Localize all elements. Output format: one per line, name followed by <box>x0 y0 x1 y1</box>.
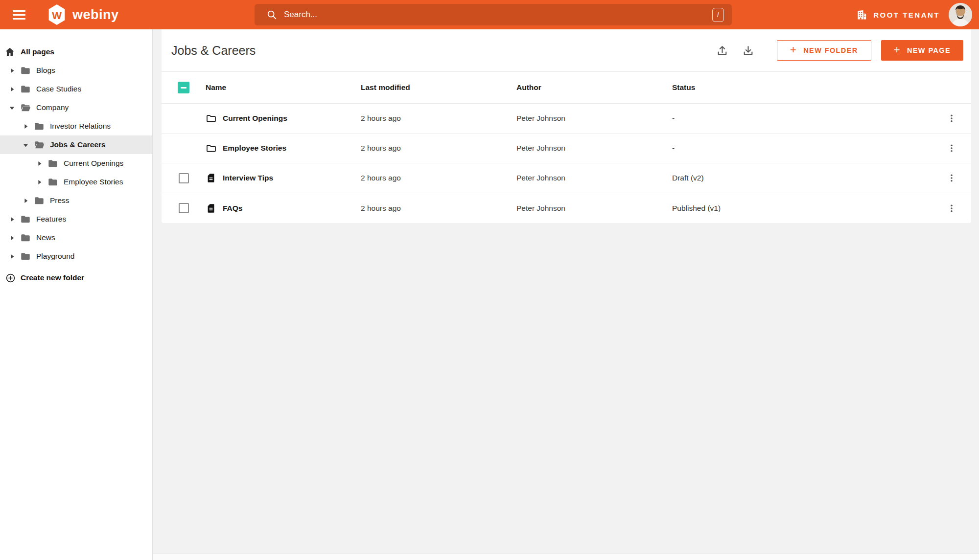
row-status: - <box>672 144 932 153</box>
search-input[interactable]: Search... / <box>255 4 732 25</box>
kebab-menu-icon[interactable] <box>945 112 958 125</box>
row-name: Current Openings <box>223 114 287 123</box>
row-author: Peter Johnson <box>516 144 672 153</box>
home-icon <box>4 46 15 57</box>
new-folder-button[interactable]: + NEW FOLDER <box>777 40 871 61</box>
chevron-icon[interactable] <box>7 215 17 224</box>
row-author: Peter Johnson <box>516 204 672 213</box>
table-row-faqs[interactable]: FAQs 2 hours ago Peter Johnson Published… <box>162 193 971 223</box>
sidebar-item-case-studies[interactable]: Case Studies <box>0 80 152 98</box>
sidebar-item-playground[interactable]: Playground <box>0 247 152 266</box>
chevron-icon[interactable] <box>21 197 30 205</box>
logo-wordmark: webiny <box>72 7 119 22</box>
document-icon <box>206 203 216 214</box>
sidebar-item-label: Employee Stories <box>64 178 123 186</box>
sidebar-item-label: Blogs <box>36 66 55 75</box>
kebab-menu-icon[interactable] <box>945 171 958 185</box>
export-download-icon[interactable] <box>739 42 757 60</box>
webiny-logo: W webiny <box>47 4 119 25</box>
column-header-author: Author <box>516 83 672 92</box>
row-name: Employee Stories <box>223 144 286 153</box>
document-icon <box>206 173 216 183</box>
create-new-folder-button[interactable]: Create new folder <box>0 269 152 287</box>
topbar: W webiny Search... / <box>0 0 979 29</box>
import-upload-icon[interactable] <box>713 42 731 60</box>
webiny-hexagon-icon: W <box>47 4 67 25</box>
folder-icon <box>20 65 31 76</box>
chevron-icon[interactable] <box>7 234 17 242</box>
create-folder-label: Create new folder <box>21 273 84 282</box>
content-card: Jobs & Careers + NEW FOLDER <box>162 29 971 223</box>
user-avatar[interactable] <box>949 3 972 26</box>
column-header-name: Name <box>206 83 361 92</box>
chevron-icon[interactable] <box>21 122 30 131</box>
keyboard-shortcut-badge: / <box>712 8 724 22</box>
sidebar-item-label: Press <box>50 196 70 205</box>
sidebar-root-label: All pages <box>21 47 54 56</box>
table-row-interview-tips[interactable]: Interview Tips 2 hours ago Peter Johnson… <box>162 163 971 193</box>
chevron-icon[interactable] <box>7 252 17 261</box>
folder-icon <box>20 232 31 243</box>
folder-icon <box>34 139 45 150</box>
app-root: W webiny Search... / <box>0 0 979 560</box>
sidebar-item-employee-stories[interactable]: Employee Stories <box>0 173 152 191</box>
row-last-modified: 2 hours ago <box>361 144 516 153</box>
chevron-icon[interactable] <box>7 67 17 75</box>
select-all-checkbox[interactable] <box>178 82 189 93</box>
tenant-selector[interactable]: ROOT TENANT <box>856 9 940 21</box>
sidebar-item-investor-relations[interactable]: Investor Relations <box>0 117 152 135</box>
sidebar-item-all-pages[interactable]: All pages <box>0 43 152 61</box>
row-name: Interview Tips <box>223 174 273 182</box>
row-checkbox[interactable] <box>179 203 189 213</box>
table-header: Name Last modified Author Status <box>162 72 971 104</box>
row-status: - <box>672 114 932 123</box>
kebab-menu-icon[interactable] <box>945 141 958 155</box>
folder-icon <box>47 158 58 169</box>
horizontal-scrollbar[interactable] <box>153 554 979 560</box>
sidebar-item-label: Jobs & Careers <box>50 140 106 149</box>
folder-tree: Blogs Case Studies <box>0 61 152 266</box>
plus-icon: + <box>894 45 901 55</box>
svg-text:W: W <box>52 10 62 21</box>
menu-icon[interactable] <box>13 8 27 21</box>
kebab-menu-icon[interactable] <box>945 202 958 215</box>
sidebar-item-label: Current Openings <box>64 159 123 168</box>
sidebar-item-label: Playground <box>36 252 74 261</box>
plus-icon: + <box>790 45 797 55</box>
sidebar-item-label: Company <box>36 103 69 112</box>
column-header-last-modified: Last modified <box>361 83 516 92</box>
folder-outline-icon <box>206 113 216 124</box>
row-checkbox[interactable] <box>179 173 189 183</box>
circle-plus-icon <box>5 273 16 283</box>
sidebar-item-jobs-careers[interactable]: Jobs & Careers <box>0 135 152 154</box>
page-title: Jobs & Careers <box>171 44 256 58</box>
chevron-icon[interactable] <box>34 159 44 168</box>
table-row-current-openings[interactable]: Current Openings 2 hours ago Peter Johns… <box>162 104 971 134</box>
sidebar-item-current-openings[interactable]: Current Openings <box>0 154 152 173</box>
chevron-icon[interactable] <box>7 85 17 93</box>
building-icon <box>856 9 867 21</box>
folder-icon <box>20 214 31 224</box>
sidebar-item-features[interactable]: Features <box>0 210 152 228</box>
sidebar-item-blogs[interactable]: Blogs <box>0 61 152 80</box>
sidebar-item-news[interactable]: News <box>0 228 152 247</box>
table-row-employee-stories[interactable]: Employee Stories 2 hours ago Peter Johns… <box>162 134 971 163</box>
search-icon <box>266 9 277 20</box>
chevron-icon[interactable] <box>21 141 30 149</box>
topbar-right: ROOT TENANT <box>856 0 972 29</box>
new-folder-label: NEW FOLDER <box>803 46 858 54</box>
sidebar-item-press[interactable]: Press <box>0 191 152 210</box>
search-placeholder: Search... <box>284 10 712 20</box>
folder-icon <box>20 84 31 94</box>
row-last-modified: 2 hours ago <box>361 204 516 213</box>
chevron-icon[interactable] <box>34 178 44 186</box>
new-page-button[interactable]: + NEW PAGE <box>881 40 963 61</box>
folder-icon <box>20 251 31 262</box>
sidebar-item-company[interactable]: Company <box>0 98 152 117</box>
folder-icon <box>47 177 58 187</box>
sidebar-item-label: Features <box>36 215 66 224</box>
chevron-icon[interactable] <box>7 104 17 112</box>
main-content: Jobs & Careers + NEW FOLDER <box>153 29 979 560</box>
new-page-label: NEW PAGE <box>907 46 951 54</box>
row-name: FAQs <box>223 204 242 213</box>
